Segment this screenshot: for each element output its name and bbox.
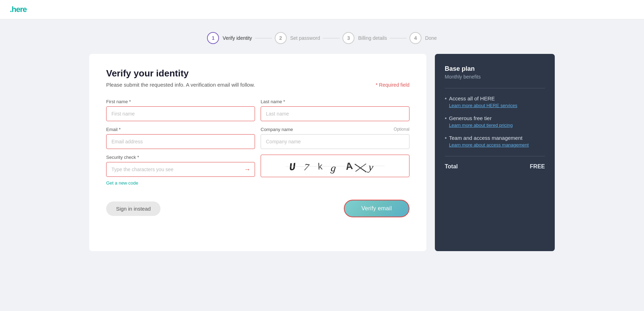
verify-email-button[interactable]: Verify email <box>344 200 409 217</box>
step-4-label: Done <box>425 35 437 41</box>
optional-tag: Optional <box>394 127 409 132</box>
first-name-group: First name * <box>106 99 255 121</box>
benefit-link-1[interactable]: Learn more about tiered pricing <box>449 123 545 128</box>
last-name-input[interactable] <box>261 106 409 121</box>
step-connector-3 <box>390 38 407 38</box>
security-label: Security check * <box>106 155 255 160</box>
arrow-right-icon: → <box>240 166 255 173</box>
step-4: 4 Done <box>409 32 437 44</box>
total-value: FREE <box>530 163 545 170</box>
total-label: Total <box>445 163 458 170</box>
email-label: Email * <box>106 127 255 132</box>
main-content: Verify your identity Please submit the r… <box>75 54 569 265</box>
last-name-label: Last name * <box>261 99 409 104</box>
verify-button-wrapper: Verify email <box>344 200 409 217</box>
form-subtitle-row: Please submit the requested info. A veri… <box>106 82 409 88</box>
svg-text:U: U <box>289 161 297 174</box>
benefit-title-0: Access all of HERE <box>449 95 545 101</box>
benefit-item-2: Team and access management Learn more ab… <box>445 135 545 148</box>
company-group: Company name Optional <box>261 127 409 149</box>
captcha-image: U 7 k g A y <box>261 155 409 177</box>
get-new-code-link[interactable]: Get a new code <box>106 180 255 186</box>
email-company-row: Email * Company name Optional <box>106 127 409 149</box>
stepper: 1 Verify identity 2 Set password 3 Billi… <box>0 19 644 54</box>
last-name-group: Last name * <box>261 99 409 121</box>
plan-subtitle: Monthly benefits <box>445 74 545 80</box>
benefit-link-0[interactable]: Learn more about HERE services <box>449 103 545 108</box>
divider-bottom <box>445 156 545 156</box>
total-row: Total FREE <box>445 163 545 170</box>
svg-text:7: 7 <box>303 161 310 173</box>
sidebar: Base plan Monthly benefits Access all of… <box>435 54 555 251</box>
required-field-label: * Required field <box>376 82 409 88</box>
header: .here <box>0 0 644 19</box>
company-label: Company name Optional <box>261 127 409 132</box>
name-row: First name * Last name * <box>106 99 409 121</box>
step-1-circle: 1 <box>207 32 219 44</box>
form-card: Verify your identity Please submit the r… <box>89 54 426 251</box>
step-1-label: Verify identity <box>223 35 252 41</box>
svg-text:y: y <box>367 161 374 173</box>
svg-text:g: g <box>330 162 336 174</box>
security-input-row: → <box>106 162 255 177</box>
step-2: 2 Set password <box>275 32 320 44</box>
step-2-circle: 2 <box>275 32 287 44</box>
divider-top <box>445 88 545 88</box>
first-name-input[interactable] <box>106 106 255 121</box>
step-4-circle: 4 <box>409 32 421 44</box>
benefit-item-0: Access all of HERE Learn more about HERE… <box>445 95 545 108</box>
security-input[interactable] <box>107 162 240 176</box>
form-subtitle: Please submit the requested info. A veri… <box>106 82 255 88</box>
sign-in-button[interactable]: Sign in instead <box>106 201 160 216</box>
logo: .here <box>10 5 634 14</box>
logo-text: .here <box>10 5 27 14</box>
company-input[interactable] <box>261 134 409 149</box>
email-input[interactable] <box>106 134 255 149</box>
step-connector-2 <box>323 38 340 38</box>
benefit-title-1: Generous free tier <box>449 115 545 121</box>
step-1: 1 Verify identity <box>207 32 252 44</box>
step-3-label: Billing details <box>358 35 387 41</box>
step-connector-1 <box>255 38 272 38</box>
captcha-svg: U 7 k g A y <box>286 157 384 175</box>
first-name-label: First name * <box>106 99 255 104</box>
form-title: Verify your identity <box>106 68 409 79</box>
security-row: Security check * → Get a new code U 7 k … <box>106 155 409 186</box>
benefit-title-2: Team and access management <box>449 135 545 141</box>
form-actions: Sign in instead Verify email <box>106 200 409 217</box>
benefits-list: Access all of HERE Learn more about HERE… <box>445 95 545 148</box>
email-group: Email * <box>106 127 255 149</box>
plan-title: Base plan <box>445 65 545 73</box>
step-3-circle: 3 <box>342 32 354 44</box>
step-3: 3 Billing details <box>342 32 387 44</box>
step-2-label: Set password <box>290 35 320 41</box>
benefit-item-1: Generous free tier Learn more about tier… <box>445 115 545 128</box>
svg-text:k: k <box>317 162 323 173</box>
security-field-group: Security check * → Get a new code <box>106 155 255 186</box>
benefit-link-2[interactable]: Learn more about access management <box>449 142 545 148</box>
